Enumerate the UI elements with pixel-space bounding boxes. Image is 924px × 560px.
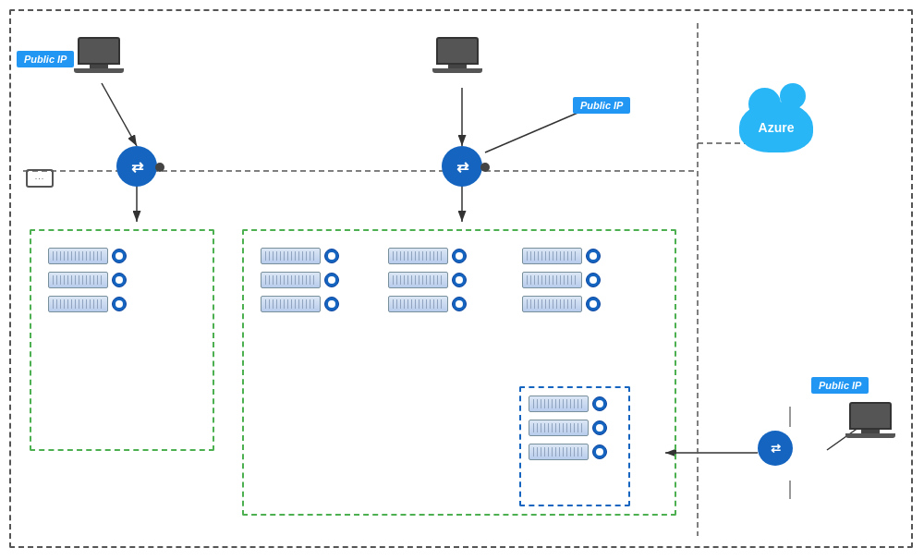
server-badge-3-3 — [452, 297, 467, 311]
server-rack-5-3 — [529, 444, 589, 460]
router-arrows-2: ⇄ — [456, 158, 468, 176]
laptop-screen-1 — [78, 37, 120, 65]
public-ip-label-3: Public IP — [811, 377, 869, 394]
laptop-base-2 — [432, 68, 482, 73]
server-badge-5-2 — [592, 420, 607, 435]
public-ip-label-1: Public IP — [17, 51, 74, 67]
server-1-1 — [48, 248, 127, 264]
server-group-1 — [48, 248, 127, 320]
server-rack-3-3 — [388, 296, 448, 312]
server-rack-2-3 — [261, 296, 321, 312]
laptop-3 — [845, 402, 895, 438]
server-rack-5-2 — [529, 420, 589, 436]
server-2-2 — [261, 272, 339, 288]
server-2-1 — [261, 248, 339, 264]
wan-icon: ··· — [26, 169, 54, 188]
router-body-3: ⇄ — [758, 431, 793, 466]
laptop-base-1 — [74, 68, 124, 73]
server-rack-4-1 — [522, 248, 582, 264]
server-badge-5-1 — [592, 396, 607, 411]
server-group-4 — [522, 248, 601, 320]
laptop-screen-2 — [436, 37, 479, 65]
server-rack-4-3 — [522, 296, 582, 312]
server-badge-2-2 — [324, 273, 339, 287]
server-rack-2-2 — [261, 272, 321, 288]
laptop-screen-3 — [849, 402, 892, 430]
server-rack-1-3 — [48, 296, 108, 312]
azure-cloud: Azure — [739, 102, 813, 152]
server-2-3 — [261, 296, 339, 312]
server-4-1 — [522, 248, 601, 264]
router-2: ⇄ — [442, 146, 482, 187]
laptop-1 — [74, 37, 124, 73]
server-1-2 — [48, 272, 127, 288]
server-badge-1-3 — [112, 297, 127, 311]
server-rack-2-1 — [261, 248, 321, 264]
server-5-2 — [529, 420, 607, 436]
router-arrows-3: ⇄ — [771, 442, 781, 456]
server-group-5 — [529, 396, 607, 468]
server-badge-4-3 — [586, 297, 601, 311]
router-arrows-1: ⇄ — [131, 158, 143, 176]
server-group-2 — [261, 248, 339, 320]
router-body-2: ⇄ — [442, 146, 482, 187]
server-rack-1-1 — [48, 248, 108, 264]
server-4-2 — [522, 272, 601, 288]
server-rack-5-1 — [529, 396, 589, 412]
server-5-1 — [529, 396, 607, 412]
router-3: ⇄ — [758, 431, 793, 466]
server-badge-1-2 — [112, 273, 127, 287]
server-badge-4-2 — [586, 273, 601, 287]
server-group-3 — [388, 248, 467, 320]
server-rack-3-2 — [388, 272, 448, 288]
server-badge-3-1 — [452, 249, 467, 263]
connector-dot-2 — [480, 163, 490, 172]
cloud-shape: Azure — [739, 102, 813, 152]
server-rack-1-2 — [48, 272, 108, 288]
laptop-base-3 — [845, 433, 895, 438]
server-badge-4-1 — [586, 249, 601, 263]
server-rack-4-2 — [522, 272, 582, 288]
server-badge-3-2 — [452, 273, 467, 287]
server-1-3 — [48, 296, 127, 312]
azure-label: Azure — [759, 120, 795, 135]
server-badge-1-1 — [112, 249, 127, 263]
server-3-2 — [388, 272, 467, 288]
server-4-3 — [522, 296, 601, 312]
server-3-1 — [388, 248, 467, 264]
server-badge-2-1 — [324, 249, 339, 263]
diagram-canvas: Public IP Public IP ⇄ ··· ⇄ Azure — [0, 0, 924, 560]
laptop-2 — [432, 37, 482, 73]
wan-dots: ··· — [35, 174, 45, 183]
router-body-1: ⇄ — [116, 146, 157, 187]
server-5-3 — [529, 444, 607, 460]
public-ip-label-2: Public IP — [573, 97, 630, 114]
server-badge-2-3 — [324, 297, 339, 311]
router-1: ⇄ — [116, 146, 157, 187]
server-rack-3-1 — [388, 248, 448, 264]
server-3-3 — [388, 296, 467, 312]
connector-dot-1 — [155, 163, 164, 172]
server-badge-5-3 — [592, 444, 607, 459]
